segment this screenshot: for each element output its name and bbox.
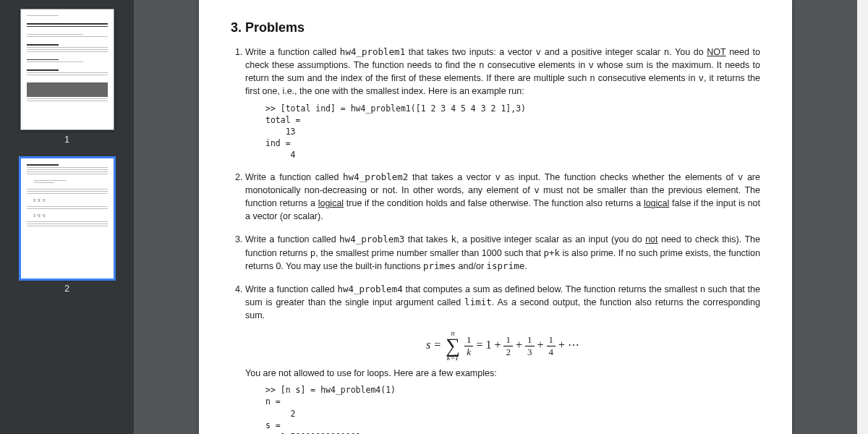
problem-4: Write a function called hw4_problem4 tha… (245, 283, 760, 434)
thumbnail-1[interactable]: 1 (0, 9, 134, 145)
thumbnail-preview-1 (20, 9, 114, 130)
thumbnail-number-1: 1 (64, 135, 69, 145)
problem-list: Write a function called hw4_problem1 tha… (231, 46, 760, 434)
code-example-1: >> [total ind] = hw4_problem1([1 2 3 4 5… (265, 103, 760, 161)
formula: s = n ∑ k=1 1k = 1 + 12 + 13 + 14 + (245, 329, 760, 362)
scrollbar[interactable] (857, 0, 868, 434)
thumbnail-2[interactable]: ∑→∑→∑ ∑→∑→∑ 2 (0, 158, 134, 294)
code-example-4: >> [n s] = hw4_problem4(1) n = 2 s = 1.5… (265, 384, 760, 434)
loop-note: You are not allowed to use for loops. He… (245, 367, 760, 380)
thumbnail-sidebar: 1 ∑→∑→∑ ∑→∑→∑ 2 (0, 0, 134, 434)
thumbnail-preview-2: ∑→∑→∑ ∑→∑→∑ (20, 158, 114, 279)
problem-2: Write a function called hw4_problem2 tha… (245, 171, 760, 224)
problem-1: Write a function called hw4_problem1 tha… (245, 46, 760, 161)
document-pane[interactable]: 3. Problems Write a function called hw4_… (134, 0, 857, 434)
page-2: 3. Problems Write a function called hw4_… (199, 0, 792, 434)
section-heading: 3. Problems (231, 20, 760, 35)
thumbnail-number-2: 2 (64, 284, 69, 294)
problem-3: Write a function called hw4_problem3 tha… (245, 233, 760, 272)
pdf-viewer: 1 ∑→∑→∑ ∑→∑→∑ 2 (0, 0, 868, 434)
